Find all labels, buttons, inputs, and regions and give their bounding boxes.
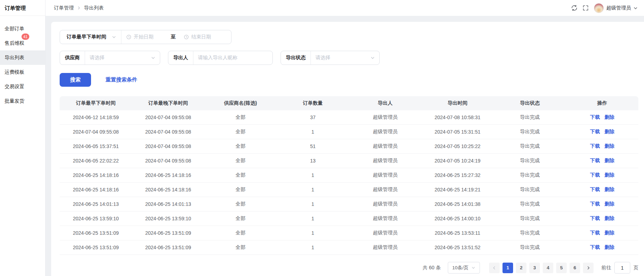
page-button-1[interactable]: 1 bbox=[502, 263, 513, 273]
time-type-select[interactable]: 订单最早下单时间 bbox=[60, 30, 121, 44]
table-cell: 超级管理员 bbox=[349, 244, 421, 251]
table-cell: 2024-07-04 09:55:08 bbox=[132, 129, 204, 135]
table-cell: 全部 bbox=[204, 244, 277, 251]
column-header: 导出人 bbox=[349, 100, 421, 106]
sidebar-item-shipping-template[interactable]: 运费模板 bbox=[0, 65, 45, 79]
sidebar-item-batch-shipping[interactable]: 批量发货 bbox=[0, 94, 45, 108]
table-cell: 2024-06-12 14:18:59 bbox=[60, 115, 132, 120]
page-button-6[interactable]: 6 bbox=[570, 263, 580, 273]
app-logo: 订单管理 bbox=[0, 0, 45, 16]
download-link[interactable]: 下载 bbox=[590, 201, 600, 207]
table-cell: 导出完成 bbox=[494, 114, 566, 121]
page-button-4[interactable]: 4 bbox=[543, 263, 553, 273]
next-page-button[interactable] bbox=[583, 263, 594, 273]
search-button[interactable]: 搜索 bbox=[60, 73, 91, 87]
sidebar-item-label: 批量发货 bbox=[5, 98, 24, 104]
table-cell: 超级管理员 bbox=[349, 143, 421, 149]
delete-link[interactable]: 删除 bbox=[604, 172, 614, 178]
export-status-select[interactable]: 请选择 bbox=[311, 55, 379, 61]
exporter-label: 导出人 bbox=[168, 51, 193, 65]
goto-page-input[interactable] bbox=[614, 262, 630, 274]
table-cell: 2024-06-25 13:51:09 bbox=[132, 230, 204, 236]
row-actions: 下载删除 bbox=[566, 143, 638, 149]
delete-link[interactable]: 删除 bbox=[604, 215, 614, 222]
fullscreen-icon[interactable] bbox=[583, 5, 589, 11]
column-header: 供应商名(筛选) bbox=[204, 100, 277, 106]
delete-link[interactable]: 删除 bbox=[604, 201, 614, 207]
table-cell: 2024-06-25 13:59:10 bbox=[132, 216, 204, 221]
start-date-placeholder: 开始日期 bbox=[134, 34, 154, 40]
page-button-5[interactable]: 5 bbox=[556, 263, 567, 273]
delete-link[interactable]: 删除 bbox=[604, 143, 614, 149]
table-cell: 2024-06-25 15:27:32 bbox=[421, 172, 494, 178]
main-area: 订单管理导出列表 超级管理员 bbox=[46, 0, 644, 276]
delete-link[interactable]: 删除 bbox=[604, 186, 614, 193]
table-cell: 13 bbox=[277, 158, 349, 164]
delete-link[interactable]: 删除 bbox=[604, 230, 614, 236]
download-link[interactable]: 下载 bbox=[590, 215, 600, 222]
page-button-3[interactable]: 3 bbox=[529, 263, 540, 273]
download-link[interactable]: 下载 bbox=[590, 186, 600, 193]
table-cell: 2024-07-05 10:24:19 bbox=[421, 158, 494, 164]
download-link[interactable]: 下载 bbox=[590, 129, 600, 135]
sidebar-item-export-list[interactable]: 导出列表 bbox=[0, 50, 45, 65]
table-cell: 2024-06-25 14:18:16 bbox=[132, 172, 204, 178]
page-button-2[interactable]: 2 bbox=[516, 263, 526, 273]
table-row: 2024-06-25 14:18:162024-06-25 14:18:16全部… bbox=[60, 168, 638, 183]
table-cell: 2024-06-25 13:51:09 bbox=[60, 245, 132, 250]
row-actions: 下载删除 bbox=[566, 186, 638, 193]
download-link[interactable]: 下载 bbox=[590, 158, 600, 164]
delete-link[interactable]: 删除 bbox=[604, 114, 614, 121]
breadcrumb-item[interactable]: 订单管理 bbox=[54, 5, 74, 11]
row-actions: 下载删除 bbox=[566, 201, 638, 207]
chevron-down-icon bbox=[371, 56, 375, 60]
download-link[interactable]: 下载 bbox=[590, 143, 600, 149]
table-row: 2024-06-25 13:59:102024-06-25 13:59:10全部… bbox=[60, 211, 638, 226]
table-cell: 2024-06-25 14:00:10 bbox=[421, 216, 494, 221]
table-row: 2024-06-25 13:51:092024-06-25 13:51:09全部… bbox=[60, 240, 638, 255]
row-actions: 下载删除 bbox=[566, 215, 638, 222]
table-cell: 2024-06-25 14:01:13 bbox=[60, 201, 132, 207]
date-range-picker[interactable]: 开始日期 至 结束日期 bbox=[121, 34, 231, 40]
breadcrumb-item[interactable]: 导出列表 bbox=[84, 5, 104, 11]
page-size-select[interactable]: 10条/页 bbox=[448, 262, 480, 274]
date-range-to-label: 至 bbox=[171, 34, 176, 40]
download-link[interactable]: 下载 bbox=[590, 244, 600, 251]
row-actions: 下载删除 bbox=[566, 129, 638, 135]
delete-link[interactable]: 删除 bbox=[604, 129, 614, 135]
download-link[interactable]: 下载 bbox=[590, 172, 600, 178]
download-link[interactable]: 下载 bbox=[590, 230, 600, 236]
prev-page-button[interactable] bbox=[489, 263, 500, 273]
table-row: 2024-06-25 14:01:132024-06-25 14:01:13全部… bbox=[60, 197, 638, 211]
exporter-input[interactable]: 请输入导出人昵称 bbox=[193, 55, 272, 61]
table-cell: 全部 bbox=[204, 201, 277, 207]
download-link[interactable]: 下载 bbox=[590, 114, 600, 121]
export-status-label: 导出状态 bbox=[281, 51, 311, 65]
delete-link[interactable]: 删除 bbox=[604, 244, 614, 251]
clock-icon bbox=[184, 35, 189, 39]
refresh-icon[interactable] bbox=[571, 5, 577, 11]
count-badge: 41 bbox=[22, 33, 29, 40]
table-cell: 51 bbox=[277, 143, 349, 149]
topbar: 订单管理导出列表 超级管理员 bbox=[46, 0, 644, 16]
table-row: 2024-06-25 13:51:092024-06-25 13:51:09全部… bbox=[60, 226, 638, 240]
table-cell: 全部 bbox=[204, 186, 277, 193]
sidebar-item-trade-settings[interactable]: 交易设置 bbox=[0, 79, 45, 94]
goto-page: 前往 页 bbox=[601, 262, 638, 274]
export-table: 订单最早下单时间订单最晚下单时间供应商名(筛选)订单数量导出人导出时间导出状态操… bbox=[60, 96, 638, 255]
supplier-select[interactable]: 请选择 bbox=[85, 55, 160, 61]
delete-link[interactable]: 删除 bbox=[604, 158, 614, 164]
avatar bbox=[594, 3, 604, 13]
table-body: 2024-06-12 14:18:592024-07-04 09:55:08全部… bbox=[60, 110, 638, 255]
table-cell: 超级管理员 bbox=[349, 158, 421, 164]
column-header: 订单最晚下单时间 bbox=[132, 100, 204, 106]
table-cell: 导出完成 bbox=[494, 230, 566, 236]
user-menu[interactable]: 超级管理员 bbox=[594, 3, 638, 13]
table-cell: 1 bbox=[277, 245, 349, 250]
row-actions: 下载删除 bbox=[566, 114, 638, 121]
export-list-card: 订单最早下单时间 开始日期 至 结束日期 bbox=[51, 22, 644, 276]
reset-search-link[interactable]: 重置搜索条件 bbox=[106, 76, 137, 83]
row-actions: 下载删除 bbox=[566, 230, 638, 236]
sidebar-item-after-sales[interactable]: 售后维权41 bbox=[0, 36, 45, 50]
table-cell: 2024-06-25 14:19:21 bbox=[421, 187, 494, 192]
